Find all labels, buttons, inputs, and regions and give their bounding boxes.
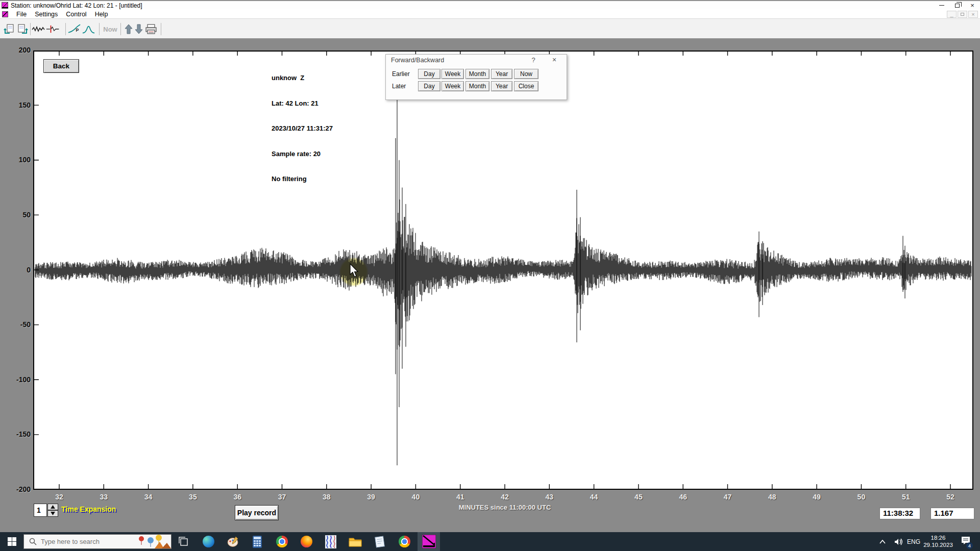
close-button[interactable]: × xyxy=(965,1,980,10)
x-axis-tick-label: 46 xyxy=(672,493,694,501)
windows-logo-icon xyxy=(8,537,16,546)
task-view-icon[interactable] xyxy=(173,532,195,551)
mdi-minimize-button[interactable]: _ xyxy=(947,11,957,18)
menu-file[interactable]: File xyxy=(12,10,31,18)
earlier-week-button[interactable]: Week xyxy=(442,69,464,79)
language-indicator[interactable]: ENG xyxy=(905,532,922,551)
page-back-icon[interactable] xyxy=(2,22,16,36)
notepad-icon[interactable] xyxy=(369,532,391,551)
paint-icon[interactable] xyxy=(222,532,244,551)
x-axis-tick-label: 45 xyxy=(627,493,650,501)
tray-date: 29.10.2023 xyxy=(922,542,954,549)
cursor-time-display: 11:38:32 xyxy=(879,508,920,519)
x-axis-tick-label: 36 xyxy=(226,493,249,501)
tray-chevron-icon[interactable] xyxy=(875,532,890,551)
later-label: Later xyxy=(392,83,406,90)
mdi-close-button[interactable]: × xyxy=(968,11,978,18)
mdi-restore-button[interactable] xyxy=(958,11,967,18)
time-expansion-down-button[interactable] xyxy=(47,510,58,517)
notification-icon[interactable]: 4 xyxy=(957,532,975,551)
time-expansion-up-button[interactable] xyxy=(47,504,58,510)
page-forward-icon[interactable] xyxy=(15,22,29,36)
speaker-icon[interactable] xyxy=(891,532,906,551)
minimize-button[interactable] xyxy=(934,1,949,10)
earlier-month-button[interactable]: Month xyxy=(465,69,489,79)
later-day-button[interactable]: Day xyxy=(418,81,440,91)
later-close-button[interactable]: Close xyxy=(514,81,538,91)
file-explorer-icon[interactable] xyxy=(344,532,366,551)
phase-p-icon[interactable]: P xyxy=(67,22,81,36)
y-axis-tick-label: 0 xyxy=(4,266,31,274)
notification-badge: 4 xyxy=(966,542,973,549)
y-axis-tick-label: 150 xyxy=(4,101,31,109)
later-week-button[interactable]: Week xyxy=(442,81,464,91)
info-station-channel: unknow Z xyxy=(272,74,333,83)
toolbar: P Now xyxy=(0,19,980,39)
restore-icon xyxy=(955,4,960,8)
back-button[interactable]: Back xyxy=(43,59,79,73)
y-axis-tick-label: -50 xyxy=(4,320,31,329)
print-icon[interactable] xyxy=(144,22,158,36)
x-axis-tick-label: 49 xyxy=(805,493,828,501)
play-record-button[interactable]: Play record xyxy=(235,505,279,520)
app-icon xyxy=(2,2,8,9)
firefox-icon[interactable] xyxy=(295,532,317,551)
dialog-close-button[interactable]: × xyxy=(549,56,559,64)
y-axis-tick-label: 100 xyxy=(4,156,31,164)
seisgram-active-icon[interactable] xyxy=(418,532,440,551)
x-axis-tick-label: 42 xyxy=(494,493,516,501)
start-button[interactable] xyxy=(0,532,23,551)
x-axis-tick-label: 39 xyxy=(360,493,382,501)
menu-help[interactable]: Help xyxy=(91,10,112,18)
info-filtering: No filtering xyxy=(272,175,333,184)
time-expansion-input[interactable] xyxy=(34,504,47,517)
x-axis-tick-label: 50 xyxy=(850,493,872,501)
scroll-down-icon[interactable] xyxy=(132,22,145,36)
chrome-icon[interactable] xyxy=(393,532,415,551)
window-title: Station: unknow/Ohrid Lat: 42 Lon: 21 - … xyxy=(11,2,142,9)
earlier-year-button[interactable]: Year xyxy=(491,69,512,79)
search-input[interactable] xyxy=(41,538,122,545)
y-axis-tick-label: 50 xyxy=(4,211,31,219)
calculator-icon[interactable] xyxy=(246,532,268,551)
seismogram-plot[interactable] xyxy=(33,51,973,490)
chrome-icon[interactable] xyxy=(271,532,293,551)
info-datetime: 2023/10/27 11:31:27 xyxy=(272,124,333,133)
menu-control[interactable]: Control xyxy=(62,10,90,18)
x-axis-tick-label: 32 xyxy=(48,493,70,501)
x-axis-tick-label: 47 xyxy=(717,493,739,501)
gauss-filter-icon[interactable] xyxy=(82,22,95,36)
waveform-icon[interactable] xyxy=(31,22,45,36)
edge-icon[interactable] xyxy=(197,532,219,551)
earlier-now-button[interactable]: Now xyxy=(514,69,538,79)
time-expansion-label: Time Expansion xyxy=(61,505,116,513)
restore-button[interactable] xyxy=(949,1,965,10)
pick-waveform-icon[interactable] xyxy=(46,22,60,36)
tray-clock[interactable]: 18:26 29.10.2023 xyxy=(922,535,954,548)
tray-time: 18:26 xyxy=(922,535,954,542)
menu-settings[interactable]: Settings xyxy=(31,10,62,18)
x-axis-tick-label: 34 xyxy=(137,493,160,501)
x-axis-tick-label: 38 xyxy=(315,493,338,501)
later-year-button[interactable]: Year xyxy=(491,81,512,91)
taskbar: ENG 18:26 29.10.2023 4 xyxy=(0,532,980,551)
search-icon xyxy=(29,538,37,545)
y-axis-tick-label: -100 xyxy=(4,375,31,384)
earlier-day-button[interactable]: Day xyxy=(418,69,440,79)
x-axis-title: MINUTES since 11:00:00 UTC xyxy=(428,504,581,511)
x-axis-tick-label: 41 xyxy=(449,493,472,501)
x-axis-tick-label: 37 xyxy=(271,493,293,501)
later-month-button[interactable]: Month xyxy=(465,81,489,91)
menu-bar: File Settings Control Help _ × xyxy=(0,10,980,19)
document-icon[interactable] xyxy=(2,11,8,17)
dialog-help-button[interactable]: ? xyxy=(529,56,538,64)
title-bar: Station: unknow/Ohrid Lat: 42 Lon: 21 - … xyxy=(0,0,980,10)
x-axis-tick-label: 43 xyxy=(538,493,560,501)
search-box[interactable] xyxy=(23,534,172,549)
seismogram-app-icon[interactable] xyxy=(320,532,342,551)
now-button[interactable]: Now xyxy=(101,22,119,36)
info-sample-rate: Sample rate: 20 xyxy=(272,150,333,159)
y-axis-tick-label: 200 xyxy=(4,46,31,54)
cursor-value-display: 1.167 xyxy=(930,508,974,519)
earlier-label: Earlier xyxy=(392,70,410,78)
